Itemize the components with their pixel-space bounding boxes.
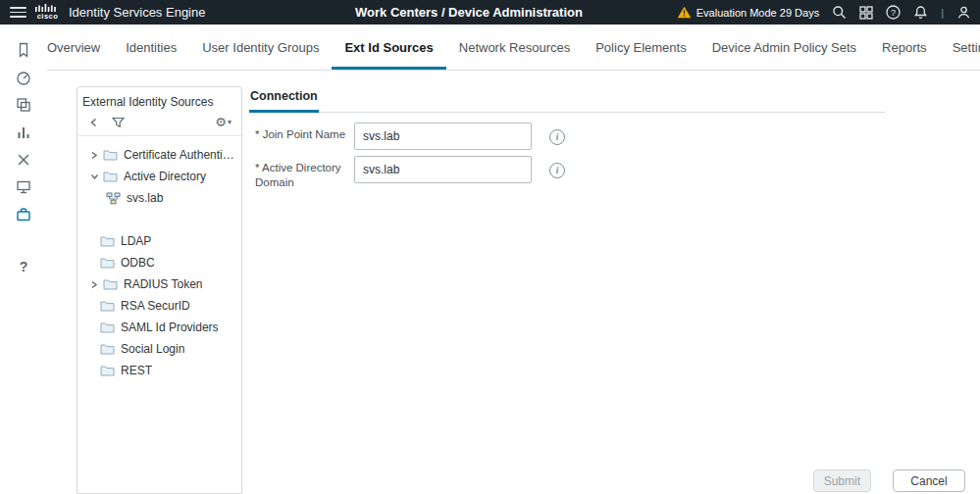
- cisco-logo: cisco: [35, 4, 60, 21]
- dashboard-icon[interactable]: [15, 69, 32, 86]
- form-actions: Submit Cancel: [813, 469, 965, 492]
- tree-item-label: Certificate Authentication...: [124, 148, 237, 162]
- help-circle-icon[interactable]: ?: [886, 5, 901, 20]
- tree-item-certificate-authentication-profile[interactable]: Certificate Authentication...: [77, 144, 241, 166]
- tree-item-active-directory[interactable]: Active Directory: [77, 166, 241, 187]
- folder-icon: [100, 257, 115, 269]
- policy-icon[interactable]: [15, 151, 32, 169]
- tab-network-resources[interactable]: Network Resources: [446, 25, 583, 70]
- main-area: External Identity Sources ⚙ ▾ Certificat…: [47, 71, 980, 494]
- tree-item-radius-token[interactable]: RADIUS Token: [77, 273, 241, 295]
- detail-tabs: Connection: [249, 86, 886, 113]
- topbar-actions: Evaluation Mode 29 Days ? |: [677, 0, 971, 25]
- gear-icon[interactable]: ⚙ ▾: [215, 116, 232, 128]
- tree-item-label: SAML Id Providers: [121, 321, 219, 334]
- gear-glyph: ⚙: [215, 116, 227, 128]
- cisco-bars-icon: [35, 4, 60, 12]
- tree-item-rest[interactable]: REST: [77, 360, 241, 381]
- active-directory-domain-row: * Active Directory Domain i: [255, 156, 886, 190]
- tree-item-svs-lab[interactable]: svs.lab: [77, 187, 241, 209]
- left-rail: ?: [0, 25, 47, 494]
- user-account-icon[interactable]: [956, 5, 971, 20]
- app-title: Identity Services Engine: [69, 5, 205, 20]
- folder-icon: [103, 149, 118, 161]
- tab-policy-elements[interactable]: Policy Elements: [583, 25, 698, 70]
- folder-icon: [103, 171, 118, 182]
- notifications-bell-icon[interactable]: [913, 5, 928, 20]
- folder-icon: [100, 300, 115, 312]
- join-point-name-input[interactable]: [354, 123, 532, 150]
- help-icon[interactable]: ?: [15, 258, 32, 275]
- page: cisco Identity Services Engine Work Cent…: [0, 0, 980, 494]
- evaluation-mode-label: Evaluation Mode 29 Days: [696, 7, 819, 19]
- tree-item-label: REST: [121, 364, 152, 377]
- folder-icon: [100, 321, 115, 333]
- folder-icon: [100, 365, 115, 376]
- tree-item-label: RSA SecurID: [121, 299, 190, 313]
- tab-settings[interactable]: Settings: [940, 25, 980, 70]
- operations-icon[interactable]: [15, 124, 32, 141]
- tab-reports[interactable]: Reports: [869, 25, 940, 70]
- search-icon[interactable]: [832, 5, 847, 20]
- chevron-right-icon[interactable]: [90, 280, 103, 289]
- tab-connection[interactable]: Connection: [249, 86, 319, 113]
- filter-icon[interactable]: [112, 117, 125, 128]
- panel-toolbar: ⚙ ▾: [77, 114, 241, 136]
- connection-form: * Join Point Name i * Active Directory D…: [249, 113, 886, 190]
- tree-item-rsa-securid[interactable]: RSA SecurID: [77, 295, 241, 317]
- bookmarks-icon[interactable]: [15, 41, 32, 59]
- submit-button[interactable]: Submit: [813, 469, 871, 492]
- tab-identities[interactable]: Identities: [113, 25, 189, 70]
- join-point-name-label: * Join Point Name: [255, 123, 348, 142]
- tree-item-label: RADIUS Token: [124, 277, 202, 291]
- evaluation-mode-link[interactable]: Evaluation Mode 29 Days: [677, 6, 819, 19]
- active-directory-domain-input[interactable]: [354, 156, 532, 183]
- folder-icon: [100, 235, 115, 247]
- active-directory-domain-icon: [106, 192, 121, 205]
- administration-icon[interactable]: [15, 178, 32, 196]
- tree-item-ldap[interactable]: LDAP: [77, 230, 241, 252]
- panel-title: External Identity Sources: [77, 87, 241, 114]
- tree-item-social-login[interactable]: Social Login: [77, 338, 241, 360]
- cisco-wordmark: cisco: [37, 13, 59, 21]
- tree-item-label: ODBC: [121, 256, 155, 270]
- info-icon[interactable]: i: [549, 163, 565, 178]
- tree-item-label: Active Directory: [124, 170, 206, 183]
- external-identity-sources-panel: External Identity Sources ⚙ ▾ Certificat…: [77, 86, 242, 494]
- tree-item-label: Social Login: [121, 342, 184, 356]
- tab-ext-id-sources[interactable]: Ext Id Sources: [332, 25, 445, 70]
- collapse-panel-icon[interactable]: [89, 118, 98, 127]
- tab-device-admin-policy-sets[interactable]: Device Admin Policy Sets: [699, 25, 869, 70]
- warning-icon: [677, 6, 692, 19]
- tab-overview[interactable]: Overview: [47, 25, 113, 70]
- join-point-name-row: * Join Point Name i: [255, 123, 886, 150]
- tree-item-label: svs.lab: [127, 191, 163, 205]
- topbar-divider: |: [941, 7, 944, 19]
- tab-user-identity-groups[interactable]: User Identity Groups: [189, 25, 332, 70]
- work-centers-icon[interactable]: [15, 206, 32, 223]
- chevron-down-icon[interactable]: [90, 173, 103, 180]
- active-directory-domain-label: * Active Directory Domain: [255, 156, 348, 190]
- svg-text:?: ?: [891, 8, 896, 18]
- tree-item-odbc[interactable]: ODBC: [77, 252, 241, 273]
- section-tabs: Overview Identities User Identity Groups…: [47, 25, 980, 71]
- tree-item-saml-id-providers[interactable]: SAML Id Providers: [77, 317, 241, 338]
- context-visibility-icon[interactable]: [15, 96, 32, 114]
- cancel-button[interactable]: Cancel: [893, 469, 965, 492]
- tree-item-label: LDAP: [121, 234, 151, 248]
- topbar: cisco Identity Services Engine Work Cent…: [0, 0, 980, 25]
- info-icon[interactable]: i: [549, 129, 565, 145]
- chevron-down-icon: ▾: [228, 119, 232, 126]
- menu-icon[interactable]: [8, 5, 28, 19]
- apps-grid-icon[interactable]: [859, 6, 873, 20]
- folder-icon: [100, 343, 115, 355]
- chevron-right-icon[interactable]: [90, 151, 103, 160]
- folder-icon: [103, 278, 118, 290]
- connection-settings: Connection * Join Point Name i * Active …: [249, 86, 886, 196]
- identity-sources-tree: Certificate Authentication... Active Dir…: [77, 144, 241, 381]
- context-title: Work Centers / Device Administration: [355, 0, 583, 25]
